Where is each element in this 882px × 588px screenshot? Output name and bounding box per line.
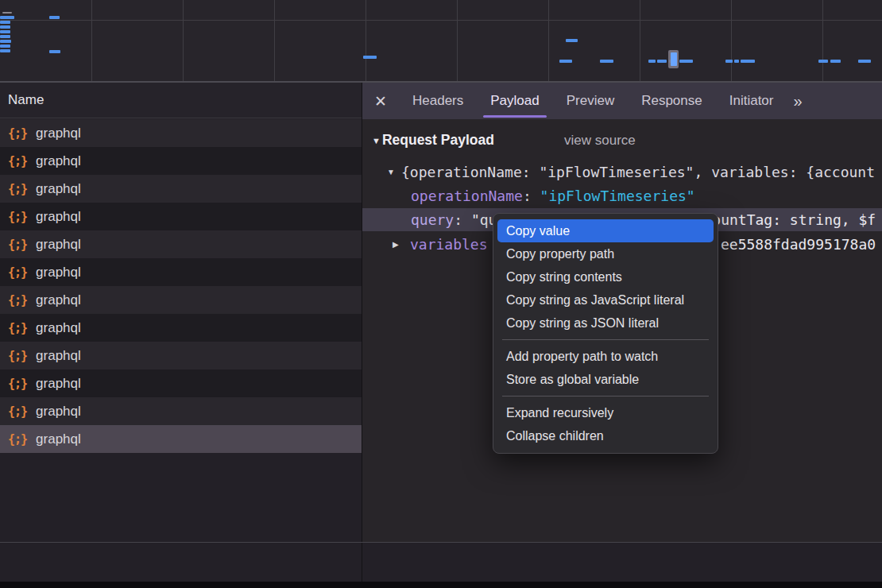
request-timing-bar [0, 35, 10, 38]
menu-item-copy-property-path[interactable]: Copy property path [497, 242, 714, 265]
bottom-divider [0, 542, 882, 543]
menu-divider [502, 396, 709, 397]
menu-item-copy-value[interactable]: Copy value [497, 219, 714, 242]
menu-item-store-as-global-variable[interactable]: Store as global variable [497, 368, 714, 391]
tab-initiator[interactable]: Initiator [716, 83, 787, 119]
menu-item-copy-string-as-javascript-literal[interactable]: Copy string as JavaScript literal [497, 288, 714, 311]
overview-highlight-bar [671, 52, 677, 66]
request-row[interactable]: {;}graphql [0, 258, 362, 286]
property-value-fragment: ee5588fdad995178a0 [721, 236, 876, 253]
json-request-icon: {;} [8, 182, 27, 196]
tab-overflow-icon[interactable]: » [793, 92, 800, 110]
menu-item-expand-recursively[interactable]: Expand recursively [497, 401, 714, 424]
request-timing-bar [0, 16, 14, 19]
menu-item-collapse-children[interactable]: Collapse children [497, 424, 714, 447]
json-request-icon: {;} [8, 432, 27, 447]
tab-headers[interactable]: Headers [399, 83, 477, 119]
request-timing-bar [49, 16, 60, 19]
request-row[interactable]: {;}graphql [0, 369, 362, 397]
devtools-network-panel: Name {;}graphql{;}graphql{;}graphql{;}gr… [0, 0, 882, 588]
request-timing-bar [648, 60, 656, 63]
request-row[interactable]: {;}graphql [0, 230, 362, 258]
request-row[interactable]: {;}graphql [0, 119, 362, 147]
name-column-header[interactable]: Name [0, 83, 362, 118]
request-timing-bar [2, 12, 12, 14]
section-collapse-icon[interactable]: ▼ [372, 136, 381, 145]
tab-payload[interactable]: Payload [477, 83, 552, 119]
request-row[interactable]: {;}graphql [0, 147, 362, 175]
tab-label: Response [641, 93, 702, 109]
json-request-icon: {;} [8, 210, 27, 224]
overview-baseline [0, 20, 882, 21]
tab-label: Preview [567, 93, 614, 109]
request-timing-bar [858, 60, 871, 63]
request-name: graphql [36, 348, 81, 364]
request-row[interactable]: {;}graphql [0, 175, 362, 203]
request-timing-bar [0, 25, 10, 29]
payload-summary-text: {operationName: "ipFlowTimeseries", vari… [401, 164, 875, 180]
expand-icon[interactable]: ▶ [393, 240, 399, 249]
request-timing-bar [830, 60, 841, 63]
request-row[interactable]: {;}graphql [0, 425, 362, 453]
property-key: query [411, 211, 454, 228]
section-title: Request Payload [382, 132, 494, 149]
overview-gridline [91, 0, 92, 81]
overview-gridline [183, 0, 184, 81]
overview-gridline [366, 0, 366, 81]
menu-item-copy-string-as-json-literal[interactable]: Copy string as JSON literal [497, 311, 714, 335]
request-timing-bar [559, 60, 572, 63]
request-row[interactable]: {;}graphql [0, 314, 362, 342]
tab-response[interactable]: Response [628, 83, 716, 119]
request-name: graphql [36, 153, 81, 169]
menu-item-copy-string-contents[interactable]: Copy string contents [497, 265, 714, 288]
request-timing-bar [363, 56, 377, 59]
json-request-icon: {;} [8, 404, 27, 419]
request-row[interactable]: {;}graphql [0, 203, 362, 230]
json-request-icon: {;} [8, 154, 27, 168]
request-list: {;}graphql{;}graphql{;}graphql{;}graphql… [0, 119, 362, 453]
request-payload-section[interactable]: ▼ Request Payload [372, 132, 494, 149]
request-timing-bar [566, 39, 578, 42]
request-name: graphql [36, 431, 81, 447]
detail-tab-strip: ✕ HeadersPayloadPreviewResponseInitiator… [362, 83, 882, 119]
request-name: graphql [36, 292, 81, 308]
request-row[interactable]: {;}graphql [0, 397, 362, 425]
overview-gridline [640, 0, 640, 81]
property-key: variables [410, 236, 488, 253]
network-overview[interactable] [0, 0, 882, 83]
tab-label: Initiator [729, 93, 774, 109]
request-name: graphql [36, 376, 81, 392]
tab-label: Payload [490, 93, 539, 109]
request-timing-bar [0, 30, 10, 33]
json-request-icon: {;} [8, 126, 27, 141]
request-name: graphql [36, 181, 81, 197]
tab-label: Headers [412, 93, 463, 109]
property-key: operationName [411, 188, 523, 204]
payload-root-row[interactable]: ▼ {operationName: "ipFlowTimeseries", va… [362, 160, 882, 184]
request-timing-bar [725, 60, 733, 63]
request-timing-bar [600, 60, 613, 63]
json-request-icon: {;} [8, 265, 27, 280]
request-timing-bar [657, 60, 667, 63]
tab-preview[interactable]: Preview [553, 83, 628, 119]
json-request-icon: {;} [8, 293, 27, 308]
request-name: graphql [36, 265, 81, 280]
request-timing-bar [741, 60, 755, 63]
overview-gridline [731, 0, 732, 81]
request-row[interactable]: {;}graphql [0, 342, 362, 369]
request-timing-bar [0, 44, 10, 48]
request-timing-bar [0, 40, 11, 43]
close-icon[interactable]: ✕ [362, 92, 399, 110]
request-timing-bar [49, 50, 60, 53]
request-timing-bar [818, 60, 828, 63]
request-timing-bar [734, 60, 739, 63]
collapse-icon[interactable]: ▼ [387, 168, 395, 176]
request-name: graphql [36, 209, 81, 225]
json-request-icon: {;} [8, 321, 27, 335]
menu-item-add-property-path-to-watch[interactable]: Add property path to watch [497, 345, 714, 368]
operation-name-row[interactable]: operationName: "ipFlowTimeseries" [362, 184, 882, 207]
request-row[interactable]: {;}graphql [0, 286, 362, 314]
json-request-icon: {;} [8, 238, 27, 252]
context-menu: Copy valueCopy property pathCopy string … [493, 213, 718, 454]
view-source-toggle[interactable]: view source [564, 133, 636, 149]
